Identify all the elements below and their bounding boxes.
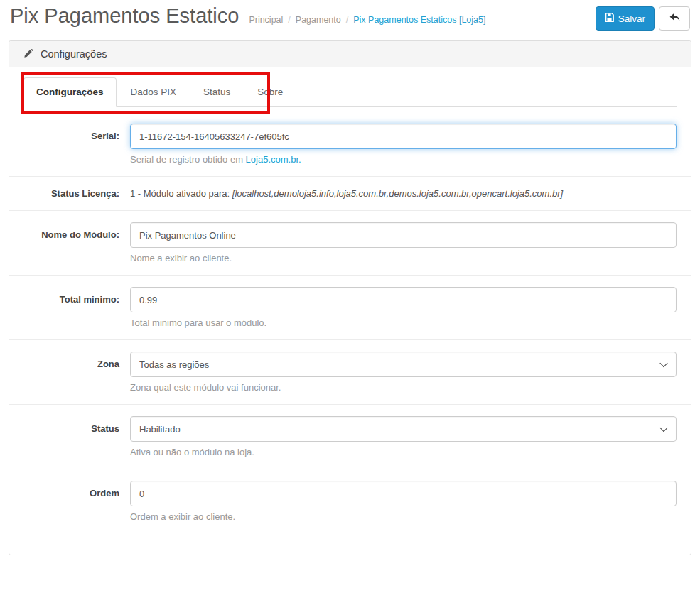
- min-total-label: Total minimo:: [23, 287, 130, 328]
- status-label: Status: [23, 416, 130, 457]
- status-col: Habilitado Ativa ou não o módulo na loja…: [130, 416, 677, 457]
- tab-configuracoes: Configurações: [23, 77, 117, 107]
- zone-label: Zona: [23, 352, 130, 393]
- zone-help: Zona qual este módulo vai funcionar.: [130, 382, 677, 393]
- status-select[interactable]: Habilitado: [130, 416, 677, 442]
- zone-select-wrap: Todas as regiões: [130, 352, 677, 377]
- back-button[interactable]: [659, 6, 690, 31]
- reply-arrow-icon: [669, 12, 681, 25]
- order-row: Ordem Ordem a exibir ao cliente.: [9, 469, 691, 555]
- tab-status-link[interactable]: Status: [190, 77, 243, 107]
- save-button-label: Salvar: [618, 13, 645, 24]
- serial-row: Serial: Serial de registro obtido em Loj…: [9, 107, 691, 176]
- license-status-value: 1 - Módulo ativado para: [localhost,demo…: [130, 188, 677, 199]
- page: Pix Pagamentos Estatico Principal / Paga…: [0, 0, 700, 555]
- module-name-col: Nome a exibir ao cliente.: [130, 222, 677, 263]
- status-help: Ativa ou não o módulo na loja.: [130, 447, 677, 457]
- order-label: Ordem: [23, 481, 130, 522]
- min-total-col: Total minimo para usar o módulo.: [130, 287, 677, 328]
- serial-help-text: Serial de registro obtido em: [130, 154, 246, 165]
- order-help: Ordem a exibir ao cliente.: [130, 511, 677, 522]
- breadcrumb-divider: /: [283, 15, 295, 25]
- zone-col: Todas as regiões Zona qual este módulo v…: [130, 352, 677, 393]
- breadcrumb-link-current[interactable]: Pix Pagamentos Estaticos [Loja5]: [353, 15, 485, 25]
- module-name-row: Nome do Módulo: Nome a exibir ao cliente…: [9, 210, 691, 275]
- license-status-row: Status Licença: 1 - Módulo ativado para:…: [9, 176, 691, 210]
- serial-label: Serial:: [23, 124, 130, 165]
- breadcrumb-link-pagamento[interactable]: Pagamento: [296, 15, 341, 25]
- status-select-wrap: Habilitado: [130, 416, 677, 442]
- module-name-input[interactable]: [130, 222, 677, 248]
- settings-panel: Configurações Configurações Dados PIX St…: [9, 40, 691, 555]
- serial-field-col: Serial de registro obtido em Loja5.com.b…: [130, 124, 677, 165]
- tab-sobre: Sobre: [244, 77, 296, 107]
- tab-dados-pix: Dados PIX: [118, 77, 190, 107]
- tab-configuracoes-link[interactable]: Configurações: [23, 77, 117, 107]
- panel-heading-title: Configurações: [41, 48, 107, 60]
- breadcrumb-item-pagamento: Pagamento /: [296, 15, 353, 25]
- breadcrumb-link-principal[interactable]: Principal: [249, 15, 283, 25]
- panel-heading: Configurações: [9, 41, 691, 67]
- save-button[interactable]: Salvar: [596, 6, 655, 31]
- loja5-link[interactable]: Loja5.com.br.: [246, 154, 301, 165]
- tab-status: Status: [190, 77, 243, 107]
- breadcrumb-item-current: Pix Pagamentos Estaticos [Loja5]: [353, 15, 485, 25]
- breadcrumb-item-principal: Principal /: [249, 15, 295, 25]
- serial-input[interactable]: [130, 124, 677, 149]
- header-buttons: Salvar: [596, 4, 690, 31]
- floppy-disk-icon: [605, 13, 614, 24]
- tabs-area: Configurações Dados PIX Status Sobre: [9, 67, 691, 107]
- order-col: Ordem a exibir ao cliente.: [130, 481, 677, 522]
- tab-sobre-link[interactable]: Sobre: [244, 77, 296, 107]
- license-status-text: 1 - Módulo ativado para:: [130, 188, 232, 199]
- breadcrumb: Principal / Pagamento / Pix Pagamentos E…: [249, 15, 485, 25]
- module-name-help: Nome a exibir ao cliente.: [130, 253, 677, 263]
- tab-bar: Configurações Dados PIX Status Sobre: [23, 77, 677, 107]
- tab-content: Serial: Serial de registro obtido em Loj…: [9, 107, 691, 555]
- breadcrumb-divider: /: [341, 15, 353, 25]
- license-status-label: Status Licença:: [23, 188, 130, 199]
- license-status-col: 1 - Módulo ativado para: [localhost,demo…: [130, 188, 677, 199]
- zone-select[interactable]: Todas as regiões: [130, 352, 677, 377]
- min-total-row: Total minimo: Total minimo para usar o m…: [9, 275, 691, 339]
- order-input[interactable]: [130, 481, 677, 506]
- zone-row: Zona Todas as regiões Zona qual este mód…: [9, 339, 691, 404]
- page-header: Pix Pagamentos Estatico Principal / Paga…: [9, 0, 691, 36]
- tab-dados-pix-link[interactable]: Dados PIX: [118, 77, 190, 107]
- status-row: Status Habilitado Ativa ou não o módulo …: [9, 404, 691, 469]
- pencil-icon: [23, 49, 33, 59]
- module-name-label: Nome do Módulo:: [23, 222, 130, 263]
- title-area: Pix Pagamentos Estatico Principal / Paga…: [10, 4, 485, 28]
- serial-help: Serial de registro obtido em Loja5.com.b…: [130, 154, 677, 165]
- min-total-help: Total minimo para usar o módulo.: [130, 317, 677, 328]
- min-total-input[interactable]: [130, 287, 677, 312]
- license-domains: [localhost,demoloja5.info,loja5.com.br,d…: [232, 188, 563, 199]
- page-title: Pix Pagamentos Estatico: [10, 4, 239, 28]
